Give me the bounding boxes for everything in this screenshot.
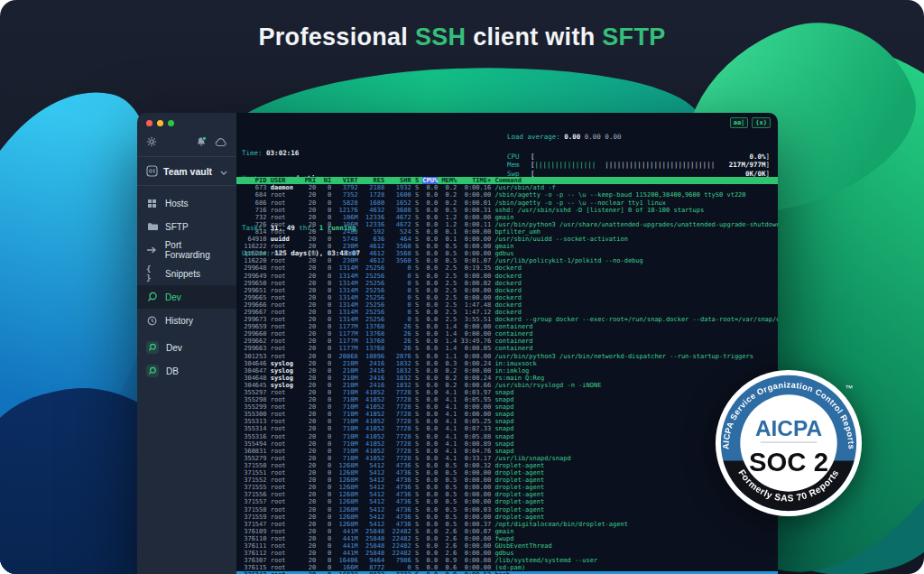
- terminal-pane[interactable]: aa| (x) Time: 03:02:16 Hostname: product…: [236, 113, 778, 574]
- process-row[interactable]: 726 root 20 0 106M 12336 4672 S 0.0 1.2 …: [240, 221, 778, 228]
- badge-org-text: AICPA: [755, 416, 822, 440]
- process-row[interactable]: 299660 root 20 0 1177M 13768 26 S 0.0 1.…: [240, 330, 778, 338]
- autocomplete-chip[interactable]: aa|: [730, 117, 749, 128]
- process-row[interactable]: 371555 root 20 0 1268M 5412 4736 S 0.0 0…: [240, 484, 778, 491]
- window-controls: [137, 113, 236, 128]
- sidebar-item-port-forwarding[interactable]: Port Forwarding: [137, 238, 236, 262]
- process-row[interactable]: 355299 root 20 0 710M 41052 7728 S 0.0 4…: [240, 403, 778, 411]
- load-average-label: Load average:: [507, 133, 564, 141]
- process-rows: 673 daemon 20 0 3792 2188 1932 S 0.0 0.2…: [236, 184, 778, 574]
- process-row[interactable]: 732 root 20 0 106M 12336 4672 S 0.0 1.2 …: [240, 214, 778, 221]
- process-row[interactable]: 116222 root 20 0 230M 4612 3560 S 0.0 0.…: [240, 243, 778, 250]
- process-row[interactable]: 371559 root 20 0 1268M 5412 4736 S 0.0 0…: [240, 514, 778, 521]
- notifications-button[interactable]: [196, 134, 207, 151]
- process-row[interactable]: 686 root 20 0 5828 1680 1652 S 0.0 0.2 0…: [240, 199, 778, 207]
- process-row[interactable]: 814 root 20 0 2488 592 524 S 0.0 0.1 0:0…: [240, 228, 778, 236]
- sidebar-item-dev[interactable]: Dev: [137, 285, 236, 309]
- process-row[interactable]: 716 root 20 0 12176 4632 3688 S 0.0 0.5 …: [240, 207, 778, 214]
- process-row[interactable]: 376111 root 20 0 441M 25848 22482 S 0.0 …: [240, 542, 778, 550]
- process-row[interactable]: 684 root 20 0 7352 1728 1600 S 0.0 0.2 0…: [240, 191, 778, 199]
- maximize-button[interactable]: [168, 120, 174, 126]
- process-row[interactable]: 299649 root 20 0 1314M 25256 0 S 0.0 2.5…: [240, 273, 778, 280]
- title-sftp: SFTP: [602, 23, 665, 51]
- gear-icon: [146, 136, 157, 147]
- settings-button[interactable]: [146, 134, 157, 151]
- process-row[interactable]: 376115 root 20 0 166M 8772 0 S 0.0 0.6 0…: [240, 564, 778, 571]
- cloud-sync-button[interactable]: [215, 134, 227, 151]
- variables-chip[interactable]: (x): [752, 117, 771, 128]
- process-row[interactable]: 299665 root 20 0 1314M 25256 0 S 0.0 2.5…: [240, 294, 778, 301]
- process-row[interactable]: 299666 root 20 0 1314M 25256 0 S 0.0 2.5…: [240, 301, 778, 309]
- braces-icon: { }: [146, 264, 158, 282]
- process-row[interactable]: 355297 root 20 0 710M 41052 7728 S 0.0 4…: [240, 389, 778, 396]
- cpu-meter: CPU[0.0%]: [507, 153, 770, 161]
- hosts-grid-icon: [146, 199, 158, 208]
- folder-icon: [146, 222, 158, 231]
- process-row[interactable]: 376109 root 20 0 441M 25848 22482 S 0.0 …: [240, 528, 778, 535]
- badge-center: [740, 394, 836, 491]
- sidebar-item-snippets[interactable]: { } Snippets: [137, 262, 236, 285]
- sidebar-item-hosts[interactable]: Hosts: [137, 191, 236, 215]
- connection-icon: [146, 341, 159, 354]
- process-row[interactable]: 360831 root 20 0 710M 41052 7728 S 0.0 4…: [240, 448, 778, 455]
- load-average-first: 0.00: [564, 133, 580, 141]
- process-row[interactable]: 299663 root 20 0 1177M 13768 26 S 0.0 1.…: [240, 345, 778, 352]
- sidebar-item-label: Snippets: [165, 269, 200, 279]
- sidebar-item-history[interactable]: History: [137, 309, 236, 332]
- process-row[interactable]: 116224 root 20 0 230M 4612 3560 S 0.0 0.…: [240, 250, 778, 257]
- process-row[interactable]: 355494 root 20 0 710M 41052 7728 S 0.0 4…: [240, 440, 778, 448]
- process-row[interactable]: 299648 root 20 0 1314M 25256 0 S 0.0 2.5…: [240, 264, 778, 272]
- sidebar-item-sftp[interactable]: SFTP: [137, 215, 236, 238]
- process-row[interactable]: 299651 root 20 0 1314M 25256 0 S 0.0 2.5…: [240, 287, 778, 294]
- active-connection-dev[interactable]: Dev: [137, 336, 236, 359]
- process-row[interactable]: 304648 syslog 20 0 210M 2416 1832 S 0.0 …: [240, 375, 778, 382]
- process-row[interactable]: 299659 root 20 0 1177M 13768 26 S 0.0 1.…: [240, 323, 778, 330]
- minimize-button[interactable]: [157, 120, 163, 126]
- memory-value: 217M/977M: [729, 161, 766, 169]
- load-average-rest: 0.00 0.00: [580, 133, 621, 141]
- process-row[interactable]: 355314 root 20 0 710M 41052 7728 S 0.0 4…: [240, 425, 778, 432]
- active-connection-db[interactable]: DB: [137, 359, 236, 383]
- process-row[interactable]: 304646 syslog 20 0 210M 2416 1832 S 0.0 …: [240, 360, 778, 367]
- sidebar: Team vault Hosts SFTP Port Forwarding { …: [137, 113, 236, 574]
- process-row[interactable]: 371556 root 20 0 1268M 5412 4736 S 0.0 0…: [240, 491, 778, 498]
- process-row[interactable]: 371558 root 20 0 1268M 5412 4736 S 0.0 0…: [240, 506, 778, 514]
- process-row[interactable]: 355300 root 20 0 710M 41052 7728 S 0.0 4…: [240, 411, 778, 418]
- connection-label: DB: [166, 366, 179, 376]
- soc2-badge: AICPA Service Organization Control Repor…: [714, 368, 864, 518]
- process-row[interactable]: 355298 root 20 0 710M 41052 7728 S 0.0 4…: [240, 396, 778, 403]
- process-row[interactable]: 299667 root 20 0 1314M 25256 0 S 0.0 2.5…: [240, 309, 778, 316]
- badge-trademark: ™: [845, 384, 853, 393]
- close-button[interactable]: [146, 120, 152, 126]
- process-row[interactable]: 371551 root 20 0 1268M 5412 4736 S 0.0 0…: [240, 469, 778, 477]
- process-row[interactable]: 64910 uuidd 20 0 5748 636 464 S 0.0 0.1 …: [240, 236, 778, 243]
- process-row[interactable]: 371550 root 20 0 1268M 5412 4736 S 0.0 0…: [240, 462, 778, 469]
- process-row[interactable]: 355313 root 20 0 710M 41052 7728 S 0.0 4…: [240, 418, 778, 425]
- process-row[interactable]: 301253 root 20 0 20868 10896 2076 S 0.0 …: [240, 353, 778, 360]
- connection-label: Dev: [166, 343, 182, 353]
- chevron-down-icon: [220, 166, 227, 177]
- process-row[interactable]: 371557 root 20 0 1268M 5412 4736 S 0.0 0…: [240, 498, 778, 505]
- meters: CPU[0.0%] Mem[||||||||||||||||||||||||||…: [507, 153, 770, 178]
- process-row[interactable]: 376307 root 20 0 16406 9464 7986 S 0.0 0…: [240, 557, 778, 564]
- process-row[interactable]: 299673 root 20 0 1314M 25256 0 S 0.0 2.5…: [240, 316, 778, 323]
- process-row[interactable]: 299650 root 20 0 1314M 25256 0 S 0.0 2.5…: [240, 280, 778, 287]
- process-row[interactable]: 376110 root 20 0 441M 25848 22482 S 0.0 …: [240, 535, 778, 542]
- process-row[interactable]: 355316 root 20 0 710M 41052 7728 S 0.0 4…: [240, 433, 778, 440]
- process-row[interactable]: 376112 root 20 0 441M 25848 22482 S 0.0 …: [240, 550, 778, 557]
- cpu-label: CPU: [507, 153, 531, 161]
- badge-cert-text: SOC 2: [749, 447, 828, 477]
- process-row[interactable]: 673 daemon 20 0 3792 2188 1932 S 0.0 0.2…: [240, 184, 778, 191]
- process-row[interactable]: 299662 root 20 0 1177M 13768 26 S 0.0 1.…: [240, 338, 778, 345]
- cloud-icon: [215, 137, 227, 147]
- process-row[interactable]: 304647 syslog 20 0 210M 2416 1832 S 0.0 …: [240, 367, 778, 375]
- process-table-header[interactable]: PID USER PRI NI VIRT RES SHR S CPU% MEM%…: [236, 177, 778, 184]
- vault-selector[interactable]: Team vault: [137, 157, 236, 185]
- sidebar-item-label: Dev: [165, 292, 181, 302]
- process-row[interactable]: 371552 root 20 0 1268M 5412 4736 S 0.0 0…: [240, 477, 778, 484]
- process-row[interactable]: 371547 root 20 0 1268M 5412 4736 S 0.0 0…: [240, 521, 778, 528]
- process-row[interactable]: 304645 syslog 20 0 210M 2416 1832 S 0.0 …: [240, 382, 778, 389]
- process-row[interactable]: 116220 root 20 0 230M 4612 3560 S 0.0 0.…: [240, 257, 778, 264]
- memory-meter: Mem[||||||||||||||||||||||||||||||||||||…: [507, 161, 770, 169]
- process-row[interactable]: 355279 root 20 0 710M 41052 7728 S 0.0 4…: [240, 455, 778, 462]
